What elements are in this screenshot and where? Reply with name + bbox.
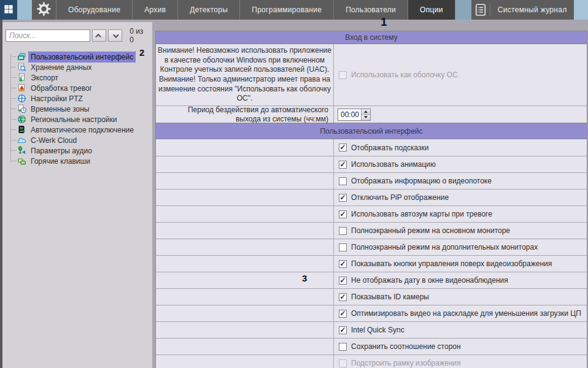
option-row-right-cell: Использовать анимацию — [334, 156, 587, 172]
login-section-header: Вход в систему — [156, 31, 587, 44]
option-row-left-cell — [156, 289, 334, 305]
tree-connector — [10, 56, 16, 57]
option-row-right-cell: Показывать кнопки управления поверх виде… — [334, 256, 587, 272]
tab-4[interactable]: Программирование — [240, 0, 334, 20]
tree-item-3[interactable]: Экспорт — [2, 72, 152, 83]
option-checkbox[interactable] — [339, 194, 347, 202]
shell-warning-line1: Внимание! Невозможно использовать прилож… — [157, 46, 332, 75]
option-checkbox[interactable] — [339, 243, 347, 251]
tree-item-8[interactable]: Автоматическое подключение — [2, 125, 152, 135]
tree-item-10[interactable]: Параметры аудио — [2, 145, 152, 156]
option-label: Оптимизировать видео на раскладке для ум… — [351, 309, 581, 318]
spinner-down-button[interactable] — [362, 114, 370, 120]
option-row-1: Отображать подсказки — [156, 139, 587, 156]
ui-panel-icon — [17, 52, 26, 61]
option-row-left-cell — [156, 173, 334, 189]
alarm-icon — [17, 83, 26, 93]
option-row-12: Intel Quick Sync — [156, 321, 587, 338]
option-row-right-cell: Сохранить соотношение сторон — [334, 339, 587, 355]
option-checkbox[interactable] — [339, 260, 347, 268]
tree-item-label: Параметры аудио — [29, 146, 94, 156]
tab-2[interactable]: Архив — [133, 0, 178, 20]
tree-item-4[interactable]: Обработка тревог — [2, 83, 152, 93]
tree-item-11[interactable]: Горячие клавиши — [2, 156, 152, 166]
option-row-left-cell — [156, 223, 334, 239]
globe-icon — [17, 115, 26, 124]
option-label: Intel Quick Sync — [351, 326, 404, 334]
idle-period-value[interactable]: 00:00 — [338, 109, 361, 120]
search-next-button[interactable] — [108, 29, 122, 42]
tree-connector — [10, 119, 16, 120]
tree-item-label: C-Werk Cloud — [29, 136, 79, 145]
option-checkbox[interactable] — [339, 161, 347, 169]
ui-section-header: Пользовательский интерфейс — [156, 123, 587, 139]
option-row-left-cell — [156, 272, 334, 288]
option-row-left-cell — [156, 190, 334, 205]
option-checkbox[interactable] — [339, 210, 347, 218]
option-checkbox[interactable] — [339, 359, 347, 367]
toolbar-fill — [574, 0, 588, 20]
shell-warning-cell: Внимание! Невозможно использовать прилож… — [156, 44, 334, 105]
tab-3[interactable]: Детекторы — [178, 0, 240, 20]
option-row-14: Подстроить рамку изображения — [156, 355, 587, 368]
shell-checkbox[interactable] — [339, 71, 347, 79]
option-row-right-cell: Показывать ID камеры — [334, 289, 587, 305]
tab-5[interactable]: Пользователи — [334, 0, 408, 20]
tree-item-2[interactable]: Хранение данных — [2, 62, 152, 72]
option-row-13: Сохранить соотношение сторон — [156, 338, 587, 355]
audio-icon — [17, 146, 26, 155]
option-row-left-cell — [156, 206, 334, 222]
tree-item-6[interactable]: Временные зоны — [2, 104, 152, 114]
option-label: Показывать ID камеры — [351, 293, 429, 301]
shell-option-cell: Использовать как оболочку ОС — [334, 44, 587, 105]
option-row-8: Показывать кнопки управления поверх виде… — [156, 255, 587, 272]
tree-item-5[interactable]: Настройки PTZ — [2, 93, 152, 104]
ptz-icon — [17, 94, 26, 103]
system-log-label[interactable]: Системный журнал — [493, 6, 574, 14]
option-row-left-cell — [156, 305, 334, 321]
option-checkbox[interactable] — [339, 326, 347, 334]
option-label: Отображать подсказки — [351, 144, 429, 152]
option-label: Полноэкранный режим на дополнительных мо… — [351, 243, 538, 251]
tree-item-9[interactable]: C-Werk Cloud — [2, 135, 152, 145]
option-row-right-cell: Отключить PiP отображение — [334, 190, 587, 205]
option-row-5: Использовать автозум карты при тревоге — [156, 205, 587, 222]
settings-gear-button[interactable] — [32, 0, 56, 20]
journal-icon — [471, 3, 490, 17]
tree-connector — [10, 150, 16, 151]
option-checkbox[interactable] — [339, 343, 347, 351]
spinner-up-button[interactable] — [362, 109, 370, 115]
tab-1[interactable]: Оборудование — [56, 0, 133, 20]
shell-checkbox-label: Использовать как оболочку ОС — [351, 71, 458, 79]
option-row-left-cell — [156, 239, 334, 255]
cloud-icon — [17, 136, 26, 145]
chevron-down-icon — [113, 32, 119, 38]
tree-item-7[interactable]: Региональные настройки — [2, 114, 152, 125]
search-prev-button[interactable] — [92, 29, 106, 42]
option-checkbox[interactable] — [339, 177, 347, 185]
tree-item-label: Хранение данных — [29, 63, 94, 72]
apps-grid-button[interactable] — [0, 0, 17, 20]
option-checkbox[interactable] — [339, 227, 347, 235]
apps-grid-icon — [3, 4, 14, 17]
option-checkbox[interactable] — [339, 277, 347, 285]
option-checkbox[interactable] — [339, 144, 347, 151]
tree-connector — [10, 77, 16, 78]
option-row-10: Показывать ID камеры — [156, 288, 587, 305]
option-row-right-cell: Intel Quick Sync — [334, 322, 587, 338]
system-log-button[interactable]: Системный журнал — [471, 0, 574, 20]
tree-item-label: Экспорт — [29, 73, 60, 83]
option-checkbox[interactable] — [339, 293, 347, 301]
option-label: Отображать информацию о видеопотоке — [351, 177, 492, 185]
option-row-4: Отключить PiP отображение — [156, 189, 587, 205]
tab-6[interactable]: Опции — [408, 0, 455, 20]
search-input[interactable] — [6, 29, 90, 42]
idle-period-row: Период бездействия до автоматического вы… — [156, 105, 587, 123]
option-checkbox[interactable] — [339, 310, 347, 318]
tree-item-label: Настройки PTZ — [29, 94, 85, 104]
tree-item-1[interactable]: Пользовательский интерфейс — [2, 52, 152, 62]
option-row-left-cell — [156, 355, 334, 368]
callout-3: 3 — [302, 273, 307, 283]
option-label: Показывать кнопки управления поверх виде… — [351, 259, 552, 268]
option-row-right-cell: Не отображать дату в окне видеонаблюдени… — [334, 272, 587, 288]
